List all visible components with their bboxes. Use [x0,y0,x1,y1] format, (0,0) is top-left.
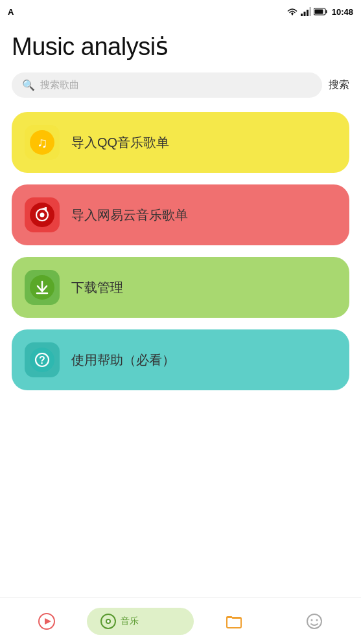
main-content: Music analysiṡ 🔍 搜索歌曲 搜索 ♫ 导入QQ音乐歌单 [0,23,361,390]
help-card[interactable]: ? 使用帮助（必看） [12,329,349,390]
svg-rect-4 [309,7,311,16]
search-icon: 🔍 [22,79,35,91]
svg-point-27 [307,614,321,628]
help-label: 使用帮助（必看） [71,351,175,369]
svg-rect-6 [325,10,327,14]
help-icon-wrap: ? [25,342,60,377]
search-button[interactable]: 搜索 [329,78,349,92]
qq-music-label: 导入QQ音乐歌单 [71,134,169,151]
page-title: Music analysiṡ [12,23,349,72]
face-nav-icon [305,612,323,630]
svg-rect-7 [314,10,323,14]
svg-text:?: ? [39,355,45,366]
status-right: 10:48 [286,7,353,17]
status-app-icon: A [8,7,14,17]
nav-item-play[interactable] [6,612,87,630]
play-nav-icon [38,612,56,630]
folder-nav-icon [225,612,243,630]
help-logo-icon: ? [30,348,54,372]
download-card[interactable]: 下载管理 [12,257,349,318]
svg-text:♫: ♫ [37,135,48,151]
svg-rect-3 [307,10,309,16]
svg-rect-26 [227,617,241,628]
qq-music-icon: ♫ [25,125,60,160]
nav-item-face[interactable] [274,612,355,630]
svg-rect-2 [303,12,305,16]
music-nav-icon [100,613,117,630]
search-row: 🔍 搜索歌曲 搜索 [12,72,349,98]
nav-item-folder[interactable] [194,612,274,630]
bottom-nav: 音乐 [0,597,361,644]
qq-music-logo-icon: ♫ [30,130,54,155]
search-placeholder: 搜索歌曲 [40,79,79,91]
status-bar: A 10:48 [0,0,361,23]
download-logo-icon [30,275,54,300]
wifi-icon [286,7,298,16]
search-input-wrap[interactable]: 🔍 搜索歌曲 [12,72,322,98]
svg-point-25 [107,620,110,623]
battery-icon [314,8,328,16]
signal-icon [301,7,311,16]
status-icons [286,7,328,16]
svg-rect-1 [301,14,303,16]
netease-icon-wrap [25,197,60,232]
svg-marker-22 [45,618,51,625]
nav-item-music[interactable]: 音乐 [87,608,193,635]
status-time: 10:48 [332,7,353,17]
netease-music-label: 导入网易云音乐歌单 [71,206,188,224]
download-icon-wrap [25,270,60,305]
nav-label-music: 音乐 [121,616,139,627]
qq-music-card[interactable]: ♫ 导入QQ音乐歌单 [12,112,349,173]
svg-point-12 [40,213,45,217]
netease-music-card[interactable]: 导入网易云音乐歌单 [12,184,349,245]
svg-marker-0 [291,12,294,16]
download-label: 下载管理 [71,279,123,296]
netease-logo-icon [30,203,54,227]
svg-point-28 [310,619,312,621]
svg-point-29 [316,619,318,621]
